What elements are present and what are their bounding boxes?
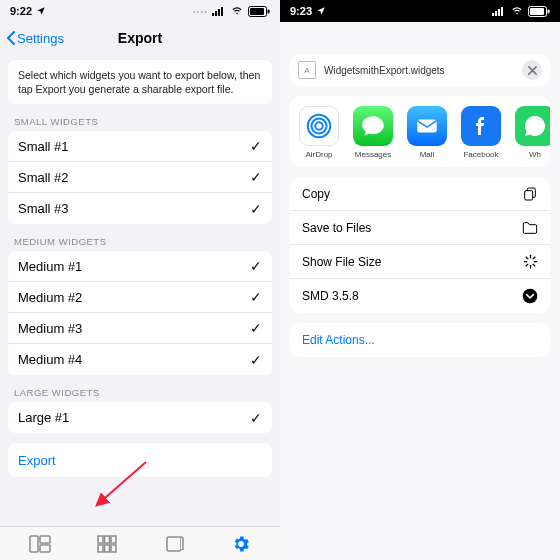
edit-actions-label: Edit Actions...: [302, 333, 375, 347]
svg-line-37: [533, 264, 535, 266]
wifi-icon: [230, 6, 244, 16]
list-item[interactable]: Medium #1✓: [8, 251, 272, 282]
tab-layout[interactable]: [20, 535, 60, 553]
location-icon: [36, 6, 46, 16]
share-sheet-screen: 9:23 A WidgetsmithExport.widgets AirDrop: [280, 0, 560, 560]
svg-point-28: [315, 122, 323, 130]
checkmark-icon: ✓: [250, 201, 262, 217]
action-label: Save to Files: [302, 221, 371, 235]
file-icon: A: [298, 61, 316, 79]
export-settings-screen: 9:22 •••• Settings Export Select which w…: [0, 0, 280, 560]
app-facebook[interactable]: Facebook: [456, 106, 506, 159]
list-item[interactable]: Small #2✓: [8, 162, 272, 193]
share-apps-row[interactable]: AirDrop Messages Mail Facebook: [290, 96, 550, 167]
svg-rect-14: [111, 536, 116, 543]
app-label: Facebook: [463, 150, 498, 159]
svg-rect-1: [215, 11, 217, 16]
svg-rect-3: [221, 7, 223, 16]
share-file-card: A WidgetsmithExport.widgets: [290, 54, 550, 86]
action-show-file-size[interactable]: Show File Size: [290, 245, 550, 279]
svg-point-29: [312, 119, 327, 134]
app-mail[interactable]: Mail: [402, 106, 452, 159]
section-header-small: SMALL WIDGETS: [8, 104, 272, 131]
app-label: Messages: [355, 150, 391, 159]
svg-rect-22: [495, 11, 497, 16]
action-label: Show File Size: [302, 255, 381, 269]
wifi-icon: [510, 6, 524, 16]
tab-bar: [0, 526, 280, 560]
facebook-icon: [469, 114, 493, 138]
item-label: Medium #3: [18, 321, 82, 336]
svg-rect-11: [40, 545, 50, 552]
action-copy[interactable]: Copy: [290, 177, 550, 211]
action-save-files[interactable]: Save to Files: [290, 211, 550, 245]
copy-icon: [522, 186, 538, 202]
status-time: 9:22: [10, 5, 32, 17]
item-label: Small #1: [18, 139, 69, 154]
share-sheet: A WidgetsmithExport.widgets AirDrop Mess…: [280, 22, 560, 560]
svg-rect-18: [167, 537, 181, 551]
battery-icon: [528, 6, 550, 17]
signal-icon: [492, 6, 506, 16]
list-item[interactable]: Medium #3✓: [8, 313, 272, 344]
svg-rect-13: [104, 536, 109, 543]
tab-single[interactable]: [154, 535, 194, 553]
content-scroll[interactable]: Select which widgets you want to export …: [0, 54, 280, 526]
svg-rect-15: [98, 545, 103, 552]
battery-icon: [248, 6, 270, 17]
folder-icon: [522, 221, 538, 235]
list-item[interactable]: Medium #4✓: [8, 344, 272, 375]
list-item[interactable]: Small #1✓: [8, 131, 272, 162]
close-button[interactable]: [522, 60, 542, 80]
back-button[interactable]: Settings: [6, 31, 64, 46]
file-name: WidgetsmithExport.widgets: [324, 65, 514, 76]
actions-list: Copy Save to Files Show File Size SMD 3.…: [290, 177, 550, 313]
whatsapp-icon: [523, 114, 547, 138]
chevron-left-icon: [6, 31, 15, 45]
checkmark-icon: ✓: [250, 169, 262, 185]
svg-line-41: [533, 257, 535, 259]
edit-actions-button[interactable]: Edit Actions...: [290, 323, 550, 357]
recording-dots-icon: ••••: [193, 7, 208, 16]
app-whatsapp[interactable]: Wh: [510, 106, 550, 159]
svg-rect-17: [111, 545, 116, 552]
svg-rect-10: [40, 536, 50, 543]
svg-rect-31: [417, 120, 437, 133]
section-header-medium: MEDIUM WIDGETS: [8, 224, 272, 251]
export-label: Export: [18, 453, 56, 468]
signal-icon: [212, 6, 226, 16]
checkmark-icon: ✓: [250, 352, 262, 368]
list-item[interactable]: Medium #2✓: [8, 282, 272, 313]
svg-rect-5: [250, 8, 264, 15]
list-item[interactable]: Large #1✓: [8, 402, 272, 433]
tab-settings[interactable]: [221, 534, 261, 554]
svg-rect-0: [212, 13, 214, 16]
list-item[interactable]: Small #3✓: [8, 193, 272, 224]
checkmark-icon: ✓: [250, 258, 262, 274]
action-smd[interactable]: SMD 3.5.8: [290, 279, 550, 313]
svg-rect-27: [548, 9, 550, 13]
svg-rect-23: [498, 9, 500, 16]
checkmark-icon: ✓: [250, 320, 262, 336]
app-airdrop[interactable]: AirDrop: [294, 106, 344, 159]
svg-rect-33: [525, 190, 533, 199]
export-button[interactable]: Export: [8, 443, 272, 477]
item-label: Medium #4: [18, 352, 82, 367]
page-title: Export: [118, 30, 162, 46]
nav-bar: Settings Export: [0, 22, 280, 54]
item-label: Small #2: [18, 170, 69, 185]
item-label: Small #3: [18, 201, 69, 216]
airdrop-icon: [304, 111, 334, 141]
checkmark-icon: ✓: [250, 410, 262, 426]
svg-rect-6: [268, 9, 270, 13]
tab-grid[interactable]: [87, 535, 127, 553]
item-label: Large #1: [18, 410, 69, 425]
checkmark-icon: ✓: [250, 289, 262, 305]
svg-rect-26: [530, 8, 544, 15]
app-messages[interactable]: Messages: [348, 106, 398, 159]
svg-point-42: [523, 289, 538, 304]
svg-rect-9: [30, 536, 38, 552]
location-icon: [316, 6, 326, 16]
intro-text: Select which widgets you want to export …: [8, 60, 272, 104]
svg-line-40: [526, 264, 528, 266]
